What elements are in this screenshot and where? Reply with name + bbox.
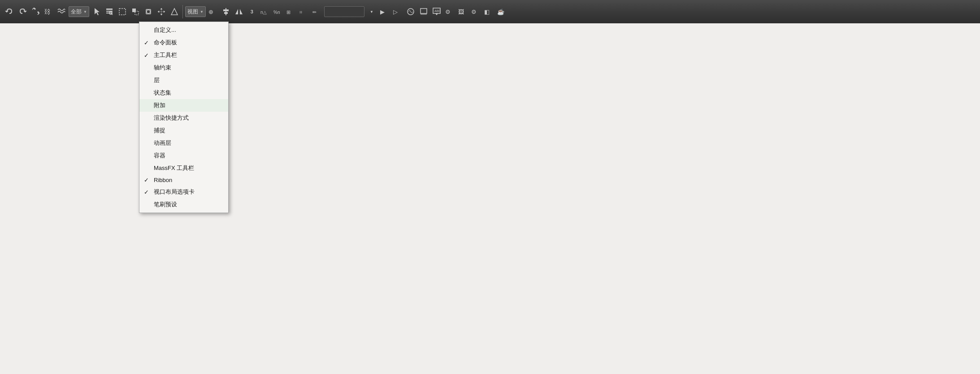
svg-text:⚙: ⚙ [445,9,451,15]
menu-item-containers[interactable]: 容器 [139,149,228,162]
menu-item-state-sets[interactable]: 状态集 [139,87,228,99]
main-toolbar: ⛓ 全部 ▼ 视图 ▼ ⊕ [0,0,980,23]
redo-button[interactable] [17,6,28,17]
svg-text:✏: ✏ [312,9,317,15]
textbox-dropdown-arrow[interactable]: ▼ [366,6,377,17]
svg-rect-1 [106,9,113,10]
svg-text:ABC: ABC [434,9,441,13]
svg-marker-18 [240,9,243,14]
percent-icon[interactable]: %n [272,6,284,17]
svg-rect-15 [223,9,229,11]
svg-text:⌗: ⌗ [299,9,302,15]
selection-filter-dropdown[interactable]: 全部 ▼ [69,6,89,17]
svg-text:⛓: ⛓ [44,8,50,15]
unlink-icon[interactable]: ⛓ [43,6,54,17]
menu-item-layers[interactable]: 层 [139,74,228,87]
svg-text:⚙: ⚙ [471,9,477,15]
crossing-window-icon[interactable] [143,6,154,17]
svg-text:▷: ▷ [393,9,398,15]
select-by-name-icon[interactable] [104,6,115,17]
view-label: 视图 [187,8,198,16]
svg-rect-5 [119,9,126,15]
selection-region-icon[interactable] [130,6,141,17]
svg-text:🖼: 🖼 [458,9,464,15]
view-arrow-icon: ▼ [200,10,204,14]
svg-text:☕: ☕ [497,8,505,16]
render-setup-icon[interactable] [418,6,429,17]
play-icon[interactable]: ▷ [392,6,403,17]
svg-rect-6 [132,9,136,12]
svg-rect-27 [421,9,427,13]
grid-icon[interactable]: ⊞ [285,6,297,17]
separator-1 [182,5,183,18]
render-icon[interactable]: ABC [431,6,442,17]
rect-select-icon[interactable] [117,6,128,17]
dropdown-arrow-icon: ▼ [83,10,87,14]
key-mode-icon[interactable]: ▶ [379,6,390,17]
filter-icon[interactable] [56,6,67,17]
link-icon[interactable] [30,6,41,17]
svg-text:⊕: ⊕ [208,9,213,15]
svg-marker-30 [435,13,438,15]
select-object-icon[interactable] [91,6,102,17]
poly-count-icon: 3 [246,6,258,17]
edit-named-sel-icon[interactable]: ✏ [311,6,323,17]
material-icon[interactable] [405,6,416,17]
menu-item-animation-layers[interactable]: 动画层 [139,137,228,149]
svg-text:%n: %n [273,10,280,15]
move-icon[interactable] [156,6,167,17]
menu-item-main-toolbar[interactable]: 主工具栏 [139,49,228,61]
menu-item-viewport-layout-tab[interactable]: 视口布局选项卡 [139,186,228,198]
svg-rect-28 [421,13,427,15]
menu-item-customize[interactable]: 自定义... [139,24,228,36]
svg-marker-17 [235,9,238,14]
svg-text:◧: ◧ [484,9,490,15]
menu-item-brush-presets[interactable]: 笔刷预设 [139,198,228,211]
context-menu: 自定义... 命令面板 主工具栏 轴约束 层 状态集 附加 渲染快捷方式 捕捉 … [139,22,229,213]
menu-item-capture[interactable]: 捕捉 [139,124,228,137]
svg-text:▶: ▶ [380,9,385,15]
svg-rect-16 [224,12,228,14]
align-icon[interactable] [220,6,232,17]
normal-icon[interactable]: n△ [259,6,271,17]
svg-text:n△: n△ [260,10,267,15]
mirror-icon[interactable] [233,6,245,17]
svg-rect-2 [106,11,113,12]
scale-icon[interactable] [169,6,180,17]
menu-item-axis-constraints[interactable]: 轴约束 [139,61,228,74]
snap-icon[interactable]: ⊕ [207,6,219,17]
view-dropdown[interactable]: 视图 ▼ [185,6,206,17]
extra-icon-2[interactable]: ☕ [496,6,507,17]
menu-item-ribbon[interactable]: Ribbon [139,174,228,186]
name-textbox[interactable] [324,6,364,17]
extra-icon-1[interactable]: ◧ [483,6,494,17]
environment-icon[interactable]: ⚙ [444,6,455,17]
named-sel-icon[interactable]: ⌗ [298,6,310,17]
render-frame-icon[interactable]: 🖼 [457,6,468,17]
menu-item-massfx[interactable]: MassFX 工具栏 [139,162,228,174]
undo-button[interactable] [4,6,15,17]
settings-icon[interactable]: ⚙ [470,6,481,17]
menu-item-command-panel[interactable]: 命令面板 [139,36,228,49]
menu-item-attach[interactable]: 附加 [139,99,228,112]
svg-text:⊞: ⊞ [286,9,291,15]
svg-point-8 [147,10,150,13]
menu-item-render-shortcuts[interactable]: 渲染快捷方式 [139,112,228,124]
dropdown-label: 全部 [71,8,82,16]
